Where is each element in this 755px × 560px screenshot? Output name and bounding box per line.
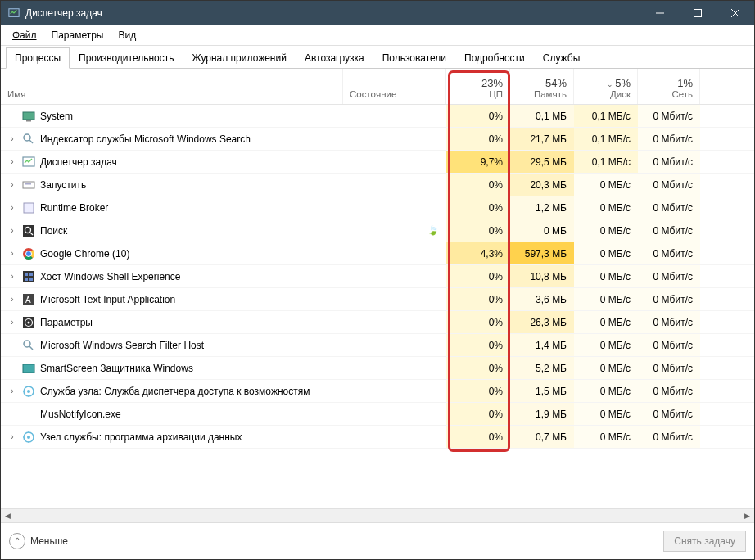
settings-icon	[22, 316, 35, 329]
tab-1[interactable]: Производительность	[70, 47, 183, 68]
process-status-cell	[343, 288, 446, 310]
expand-icon[interactable]: ›	[7, 386, 17, 395]
expand-icon[interactable]: ›	[7, 157, 17, 166]
expand-icon[interactable]: ›	[7, 203, 17, 212]
process-row[interactable]: ›Параметры0%26,3 МБ0 МБ/с0 Мбит/с	[1, 311, 754, 334]
svg-rect-10	[23, 182, 34, 188]
process-memory-cell: 5,2 МБ	[510, 357, 574, 379]
column-header-disk[interactable]: ⌄5% Диск	[574, 69, 638, 104]
fewer-details-button[interactable]: ⌃ Меньше	[9, 533, 68, 549]
scroll-right-icon[interactable]: ▶	[740, 509, 754, 523]
sort-caret-icon: ⌄	[607, 80, 613, 88]
minimize-button[interactable]	[641, 1, 679, 25]
end-task-button[interactable]: Снять задачу	[663, 531, 746, 552]
process-row[interactable]: System0%0,1 МБ0,1 МБ/с0 Мбит/с	[1, 105, 754, 128]
process-cpu-cell: 0%	[446, 403, 510, 425]
expand-icon[interactable]: ›	[7, 272, 17, 281]
process-status-cell	[343, 196, 446, 219]
service-icon	[22, 431, 35, 444]
process-disk-cell: 0 МБ/с	[574, 380, 638, 402]
process-row[interactable]: Microsoft Windows Search Filter Host0%1,…	[1, 334, 754, 357]
tab-5[interactable]: Подробности	[455, 47, 534, 68]
process-disk-cell: 0 МБ/с	[574, 196, 638, 219]
column-header-status[interactable]: Состояние	[343, 69, 446, 104]
process-name-cell[interactable]: ›Запустить	[1, 174, 343, 196]
process-name-cell[interactable]: ›Поиск	[1, 219, 343, 242]
process-network-cell: 0 Мбит/с	[638, 334, 700, 356]
scroll-left-icon[interactable]: ◀	[1, 509, 15, 523]
column-header-cpu[interactable]: 23% ЦП	[446, 69, 510, 104]
svg-rect-12	[24, 203, 34, 213]
tab-0[interactable]: Процессы	[6, 47, 70, 69]
process-name-label: Индексатор службы Microsoft Windows Sear…	[40, 133, 251, 145]
process-cpu-cell: 0%	[446, 334, 510, 356]
close-button[interactable]	[717, 1, 754, 25]
process-network-cell: 0 Мбит/с	[638, 151, 700, 173]
process-row[interactable]: ›Поиск🍃0%0 МБ0 МБ/с0 Мбит/с	[1, 219, 754, 242]
process-name-cell[interactable]: ›Диспетчер задач	[1, 151, 343, 173]
process-name-cell[interactable]: ›Runtime Broker	[1, 196, 343, 219]
process-row[interactable]: MusNotifyIcon.exe0%1,9 МБ0 МБ/с0 Мбит/с	[1, 403, 754, 426]
chrome-icon	[22, 247, 35, 260]
process-row[interactable]: ›Служба узла: Служба диспетчера доступа …	[1, 380, 754, 403]
column-header-memory[interactable]: 54% Память	[510, 69, 574, 104]
process-cpu-cell: 0%	[446, 357, 510, 379]
tab-bar: ПроцессыПроизводительностьЖурнал приложе…	[1, 47, 754, 69]
process-name-cell[interactable]: SmartScreen Защитника Windows	[1, 357, 343, 379]
process-cpu-cell: 0%	[446, 219, 510, 242]
maximize-button[interactable]	[679, 1, 717, 25]
process-row[interactable]: ›Google Chrome (10)4,3%597,3 МБ0 МБ/с0 М…	[1, 242, 754, 265]
process-name-cell[interactable]: ›Параметры	[1, 311, 343, 333]
process-name-cell[interactable]: Microsoft Windows Search Filter Host	[1, 334, 343, 356]
process-name-cell[interactable]: ›Google Chrome (10)	[1, 242, 343, 264]
menu-view[interactable]: Вид	[111, 27, 142, 43]
process-row[interactable]: ›Индексатор службы Microsoft Windows Sea…	[1, 128, 754, 151]
tab-2[interactable]: Журнал приложений	[183, 47, 296, 68]
process-status-cell	[343, 128, 446, 150]
process-row[interactable]: ›AMicrosoft Text Input Application0%3,6 …	[1, 288, 754, 311]
process-name-label: Служба узла: Служба диспетчера доступа к…	[40, 386, 310, 397]
menu-file[interactable]: Файл	[6, 27, 43, 43]
process-name-cell[interactable]: ›AMicrosoft Text Input Application	[1, 288, 343, 310]
process-memory-cell: 1,5 МБ	[510, 380, 574, 402]
expand-icon[interactable]: ›	[7, 226, 17, 235]
process-network-cell: 0 Мбит/с	[638, 105, 700, 127]
search2-icon	[22, 224, 35, 237]
process-row[interactable]: ›Runtime Broker0%1,2 МБ0 МБ/с0 Мбит/с	[1, 196, 754, 219]
process-row[interactable]: ›Хост Windows Shell Experience0%10,8 МБ0…	[1, 265, 754, 288]
expand-icon[interactable]: ›	[7, 432, 17, 441]
process-memory-cell: 26,3 МБ	[510, 311, 574, 333]
expand-icon[interactable]: ›	[7, 134, 17, 143]
tab-3[interactable]: Автозагрузка	[296, 47, 373, 68]
process-memory-cell: 0,7 МБ	[510, 426, 574, 448]
process-row[interactable]: ›Запустить0%20,3 МБ0 МБ/с0 Мбит/с	[1, 174, 754, 196]
expand-icon[interactable]: ›	[7, 295, 17, 304]
menu-options[interactable]: Параметры	[45, 27, 111, 43]
svg-text:A: A	[25, 296, 31, 305]
process-name-cell[interactable]: ›Индексатор службы Microsoft Windows Sea…	[1, 128, 343, 150]
column-header-name[interactable]: Имя	[1, 69, 343, 104]
expand-icon[interactable]: ›	[7, 180, 17, 189]
process-row[interactable]: ›Диспетчер задач9,7%29,5 МБ0,1 МБ/с0 Мби…	[1, 151, 754, 174]
process-name-cell[interactable]: ›Узел службы: программа архивации данных	[1, 426, 343, 448]
process-row[interactable]: ›Узел службы: программа архивации данных…	[1, 426, 754, 449]
process-name-cell[interactable]: System	[1, 105, 343, 127]
process-name-cell[interactable]: ›Хост Windows Shell Experience	[1, 265, 343, 287]
tab-4[interactable]: Пользователи	[373, 47, 455, 68]
column-header-network[interactable]: 1% Сеть	[638, 69, 700, 104]
process-cpu-cell: 0%	[446, 128, 510, 150]
svg-rect-2	[694, 10, 702, 17]
process-memory-cell: 3,6 МБ	[510, 288, 574, 310]
process-row[interactable]: SmartScreen Защитника Windows0%5,2 МБ0 М…	[1, 357, 754, 380]
expand-icon[interactable]: ›	[7, 318, 17, 327]
process-name-cell[interactable]: ›Служба узла: Служба диспетчера доступа …	[1, 380, 343, 402]
expand-icon[interactable]: ›	[7, 249, 17, 258]
process-rows[interactable]: System0%0,1 МБ0,1 МБ/с0 Мбит/с›Индексато…	[1, 105, 754, 522]
svg-rect-11	[25, 183, 31, 185]
process-list-container: Имя Состояние 23% ЦП 54% Память ⌄5% Диск…	[1, 69, 754, 522]
tab-6[interactable]: Службы	[534, 47, 589, 68]
horizontal-scrollbar[interactable]: ◀ ▶	[1, 508, 754, 522]
process-name-label: Параметры	[40, 317, 93, 328]
process-name-cell[interactable]: MusNotifyIcon.exe	[1, 403, 343, 425]
svg-point-41	[27, 436, 30, 439]
